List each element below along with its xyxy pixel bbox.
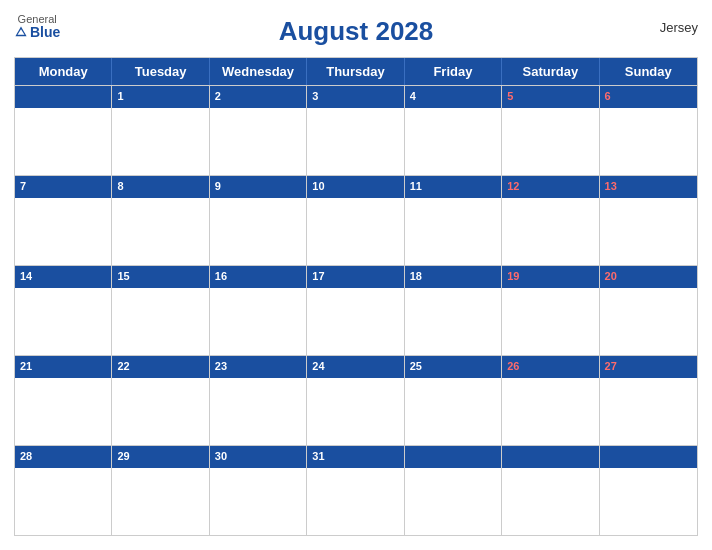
day-number-10: 10 xyxy=(312,180,324,192)
day-number-25: 25 xyxy=(410,360,422,372)
day-cell-4-7: 27 xyxy=(600,356,697,445)
day-cell-5-7 xyxy=(600,446,697,535)
day-number-28: 28 xyxy=(20,450,32,462)
logo: General Blue xyxy=(14,14,60,39)
logo-blue-area: Blue xyxy=(14,25,60,39)
day-cell-3-1: 14 xyxy=(15,266,112,355)
header-saturday: Saturday xyxy=(502,58,599,85)
day-cell-4-5: 25 xyxy=(405,356,502,445)
day-number-15: 15 xyxy=(117,270,129,282)
day-number-18: 18 xyxy=(410,270,422,282)
calendar-header: General Blue August 2028 Jersey xyxy=(14,10,698,51)
day-cell-4-1: 21 xyxy=(15,356,112,445)
day-number-19: 19 xyxy=(507,270,519,282)
day-cell-1-7: 6 xyxy=(600,86,697,175)
day-cell-5-6 xyxy=(502,446,599,535)
header-friday: Friday xyxy=(405,58,502,85)
day-number-3: 3 xyxy=(312,90,318,102)
day-cell-2-4: 10 xyxy=(307,176,404,265)
header-wednesday: Wednesday xyxy=(210,58,307,85)
day-cell-1-6: 5 xyxy=(502,86,599,175)
day-number-16: 16 xyxy=(215,270,227,282)
week-row-5: 28293031 xyxy=(15,445,697,535)
week-row-1: 123456 xyxy=(15,85,697,175)
day-number-21: 21 xyxy=(20,360,32,372)
day-cell-2-3: 9 xyxy=(210,176,307,265)
day-cell-4-2: 22 xyxy=(112,356,209,445)
header-tuesday: Tuesday xyxy=(112,58,209,85)
day-number-2: 2 xyxy=(215,90,221,102)
day-number-29: 29 xyxy=(117,450,129,462)
week-row-3: 14151617181920 xyxy=(15,265,697,355)
day-number-7: 7 xyxy=(20,180,26,192)
header-thursday: Thursday xyxy=(307,58,404,85)
day-cell-2-2: 8 xyxy=(112,176,209,265)
day-cell-4-6: 26 xyxy=(502,356,599,445)
day-number-31: 31 xyxy=(312,450,324,462)
day-cell-1-5: 4 xyxy=(405,86,502,175)
header-monday: Monday xyxy=(15,58,112,85)
day-cell-1-2: 1 xyxy=(112,86,209,175)
day-cell-3-7: 20 xyxy=(600,266,697,355)
day-number-12: 12 xyxy=(507,180,519,192)
day-cell-2-5: 11 xyxy=(405,176,502,265)
day-number-17: 17 xyxy=(312,270,324,282)
day-cell-3-2: 15 xyxy=(112,266,209,355)
day-cell-4-3: 23 xyxy=(210,356,307,445)
day-cell-5-2: 29 xyxy=(112,446,209,535)
day-number-5: 5 xyxy=(507,90,513,102)
day-cell-2-7: 13 xyxy=(600,176,697,265)
day-number-22: 22 xyxy=(117,360,129,372)
day-cell-5-5 xyxy=(405,446,502,535)
day-number-23: 23 xyxy=(215,360,227,372)
day-cell-3-4: 17 xyxy=(307,266,404,355)
week-row-2: 78910111213 xyxy=(15,175,697,265)
day-number-6: 6 xyxy=(605,90,611,102)
day-number-27: 27 xyxy=(605,360,617,372)
day-cell-3-6: 19 xyxy=(502,266,599,355)
day-cell-1-3: 2 xyxy=(210,86,307,175)
calendar-weeks: 1234567891011121314151617181920212223242… xyxy=(15,85,697,535)
day-number-20: 20 xyxy=(605,270,617,282)
day-number-14: 14 xyxy=(20,270,32,282)
day-cell-5-1: 28 xyxy=(15,446,112,535)
day-cell-4-4: 24 xyxy=(307,356,404,445)
region-label: Jersey xyxy=(660,20,698,35)
day-cell-2-6: 12 xyxy=(502,176,599,265)
day-cell-1-1 xyxy=(15,86,112,175)
day-number-11: 11 xyxy=(410,180,422,192)
day-cell-3-3: 16 xyxy=(210,266,307,355)
logo-icon xyxy=(14,25,28,39)
day-number-13: 13 xyxy=(605,180,617,192)
day-number-26: 26 xyxy=(507,360,519,372)
calendar-grid: Monday Tuesday Wednesday Thursday Friday… xyxy=(14,57,698,536)
day-cell-5-4: 31 xyxy=(307,446,404,535)
day-number-8: 8 xyxy=(117,180,123,192)
week-row-4: 21222324252627 xyxy=(15,355,697,445)
day-number-30: 30 xyxy=(215,450,227,462)
day-cell-3-5: 18 xyxy=(405,266,502,355)
calendar-title: August 2028 xyxy=(279,16,434,47)
day-number-4: 4 xyxy=(410,90,416,102)
day-cell-1-4: 3 xyxy=(307,86,404,175)
logo-blue-text: Blue xyxy=(30,25,60,39)
header-sunday: Sunday xyxy=(600,58,697,85)
calendar-container: General Blue August 2028 Jersey Monday T… xyxy=(0,0,712,550)
day-number-24: 24 xyxy=(312,360,324,372)
day-cell-5-3: 30 xyxy=(210,446,307,535)
day-number-9: 9 xyxy=(215,180,221,192)
day-headers-row: Monday Tuesday Wednesday Thursday Friday… xyxy=(15,58,697,85)
day-cell-2-1: 7 xyxy=(15,176,112,265)
day-number-1: 1 xyxy=(117,90,123,102)
